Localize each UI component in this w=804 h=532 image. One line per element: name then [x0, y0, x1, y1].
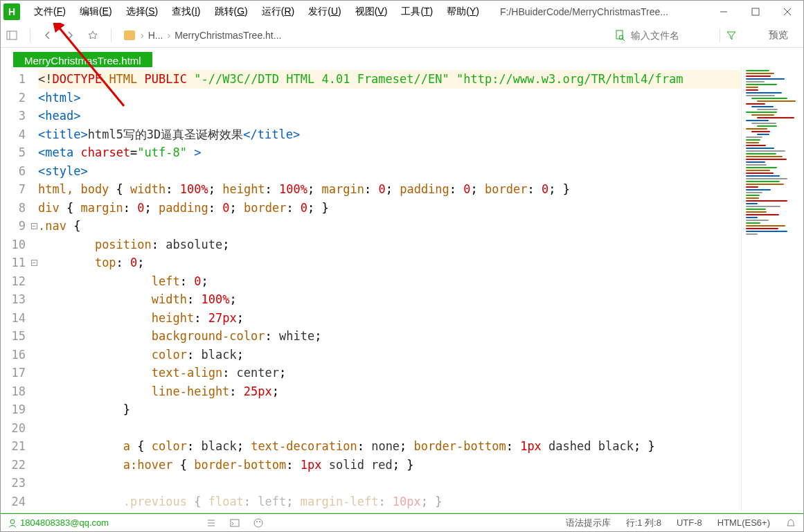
forward-icon[interactable] — [65, 30, 75, 40]
menu-file[interactable]: 文件(F) — [27, 3, 73, 21]
menu-edit[interactable]: 编辑(E) — [73, 3, 119, 21]
code-line — [38, 474, 741, 493]
palette-icon[interactable] — [253, 517, 264, 529]
code-area[interactable]: <!DOCTYPE HTML PUBLIC "-//W3C//DTD HTML … — [38, 67, 741, 513]
svg-rect-4 — [7, 31, 17, 39]
app-logo-icon: H — [3, 3, 20, 20]
search-file-icon[interactable] — [614, 30, 625, 41]
close-icon[interactable] — [771, 1, 803, 23]
status-syntax[interactable]: 语法提示库 — [566, 517, 611, 529]
code-line: text-align: center; — [38, 364, 741, 382]
menu-tools[interactable]: 工具(T) — [394, 3, 440, 21]
panel-toggle-icon[interactable] — [6, 30, 17, 41]
code-line: width: 100%; — [38, 290, 741, 309]
menu-help[interactable]: 帮助(Y) — [440, 3, 486, 21]
terminal-icon[interactable] — [229, 517, 240, 529]
code-line: height: 27px; — [38, 309, 741, 328]
breadcrumb-part[interactable]: H... — [148, 30, 163, 41]
preview-button[interactable]: 预览 — [759, 28, 798, 43]
breadcrumb-part[interactable]: MerryChristmasTree.ht... — [175, 30, 281, 41]
code-line: <style> — [38, 162, 741, 181]
minimap[interactable] — [741, 67, 803, 513]
code-line: line-height: 25px; — [38, 382, 741, 401]
search-input[interactable] — [631, 30, 714, 41]
minimize-icon[interactable] — [708, 1, 740, 23]
bell-icon[interactable] — [785, 517, 796, 529]
menubar: H 文件(F) 编辑(E) 选择(S) 查找(I) 跳转(G) 运行(R) 发行… — [1, 1, 803, 23]
favorite-icon[interactable] — [87, 30, 98, 41]
svg-point-16 — [259, 521, 260, 522]
code-line: div { margin: 0; padding: 0; border: 0; … — [38, 199, 741, 218]
toolbar: › H... › MerryChristmasTree.ht... 预览 — [1, 23, 803, 48]
svg-point-14 — [254, 519, 262, 527]
svg-rect-1 — [752, 8, 759, 15]
status-language[interactable]: HTML(ES6+) — [717, 517, 770, 528]
svg-rect-13 — [231, 520, 239, 526]
svg-line-8 — [623, 39, 625, 41]
status-position[interactable]: 行:1 列:8 — [626, 517, 661, 529]
folder-icon — [124, 30, 135, 40]
code-line: background-color: white; — [38, 327, 741, 346]
menu-run[interactable]: 运行(R) — [255, 3, 301, 21]
svg-point-9 — [10, 520, 15, 524]
code-line: } — [38, 400, 741, 419]
code-line: color: black; — [38, 346, 741, 364]
code-line: <meta charset="utf-8" > — [38, 143, 741, 162]
code-line: a:hover { border-bottom: 1px solid red; … — [38, 456, 741, 475]
menu-find[interactable]: 查找(I) — [165, 3, 207, 21]
code-line: <title>html5写的3D逼真圣诞树效果</title> — [38, 125, 741, 144]
code-line: position: absolute; — [38, 236, 741, 254]
tab-bar: MerryChristmasTree.html — [1, 48, 803, 67]
editor: 123456789101112131415161718192021222324 … — [1, 67, 803, 513]
status-user[interactable]: 1804808383@qq.com — [8, 517, 109, 528]
svg-point-15 — [256, 521, 258, 522]
menu-publish[interactable]: 发行(U) — [301, 3, 348, 21]
code-line: <!DOCTYPE HTML PUBLIC "-//W3C//DTD HTML … — [38, 70, 741, 89]
line-gutter: 123456789101112131415161718192021222324 — [1, 67, 30, 513]
menu-select[interactable]: 选择(S) — [119, 3, 166, 21]
code-line: html, body { width: 100%; height: 100%; … — [38, 180, 741, 199]
filter-icon[interactable] — [726, 30, 737, 41]
title-path: F:/HBuiderCode/MerryChristmasTree... — [500, 6, 668, 17]
breadcrumb[interactable]: › H... › MerryChristmasTree.ht... — [124, 30, 281, 41]
list-icon[interactable] — [206, 517, 217, 529]
code-line: left: 0; — [38, 272, 741, 291]
statusbar: 1804808383@qq.com 语法提示库 行:1 列:8 UTF-8 HT… — [1, 513, 803, 531]
code-line: .nav { — [38, 217, 741, 236]
user-icon — [8, 518, 17, 528]
code-line — [38, 419, 741, 438]
code-line: top: 0; — [38, 254, 741, 272]
code-line: a { color: black; text-decoration: none;… — [38, 437, 741, 456]
fold-gutter: −− — [30, 67, 38, 513]
code-line: .previous { float: left; margin-left: 10… — [38, 493, 741, 511]
tab-file[interactable]: MerryChristmasTree.html — [13, 52, 152, 67]
chevron-right-icon: › — [167, 30, 170, 41]
status-encoding[interactable]: UTF-8 — [677, 517, 702, 528]
menu-goto[interactable]: 跳转(G) — [208, 3, 255, 21]
code-line: <html> — [38, 89, 741, 107]
maximize-icon[interactable] — [740, 1, 771, 23]
code-line: <head> — [38, 107, 741, 125]
back-icon[interactable] — [43, 30, 53, 40]
menu-view[interactable]: 视图(V) — [348, 3, 395, 21]
chevron-right-icon: › — [141, 30, 144, 41]
